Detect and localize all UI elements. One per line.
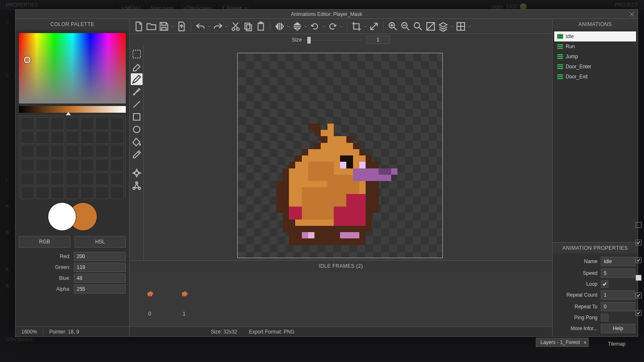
animations-header: ANIMATIONS — [553, 19, 638, 30]
rotate-cw-icon[interactable] — [327, 21, 338, 32]
hue-sat-picker[interactable] — [19, 33, 126, 103]
redo-dropdown-icon[interactable] — [225, 25, 229, 28]
svg-rect-11 — [132, 50, 140, 58]
save-dropdown-icon[interactable] — [171, 25, 175, 28]
brush-size-input[interactable] — [366, 36, 390, 44]
swatch-grid[interactable] — [19, 115, 126, 197]
canvas-size-status: Size: 32x32 — [205, 329, 243, 335]
undo-icon[interactable] — [195, 21, 206, 32]
new-file-icon[interactable] — [133, 21, 145, 32]
eraser-tool-icon[interactable] — [131, 61, 143, 72]
cut-icon[interactable] — [230, 21, 242, 32]
svg-rect-2 — [245, 23, 250, 29]
hsl-mode-button[interactable]: HSL — [75, 236, 126, 248]
animprops-speed-input[interactable] — [601, 269, 635, 278]
bg-tilemap-tab[interactable]: Tilemap — [608, 341, 626, 347]
animprops-repeatcount-label: Repeat Count — [555, 292, 597, 298]
rect-tool-icon[interactable] — [131, 111, 143, 123]
svg-rect-32 — [308, 149, 359, 155]
brush-size-label: Size — [292, 37, 301, 43]
animation-item-run[interactable]: Run — [554, 41, 636, 52]
animprops-repeatcount-input[interactable] — [601, 290, 635, 300]
animprops-repeatto-input[interactable] — [601, 302, 635, 311]
svg-rect-4 — [258, 23, 264, 30]
brush-tool-icon[interactable] — [131, 86, 143, 98]
ellipse-tool-icon[interactable] — [131, 124, 143, 135]
origin-tool-icon[interactable] — [131, 167, 143, 179]
zoom-in-icon[interactable] — [387, 21, 399, 32]
animation-item-doorexit[interactable]: Door_Exit — [554, 72, 636, 82]
zoom-fit-icon[interactable] — [412, 21, 424, 32]
dialog-titlebar[interactable]: Animations Editor: Player_Mask — [16, 10, 638, 19]
open-folder-icon[interactable] — [145, 21, 157, 32]
bg-layers-tab[interactable]: Layers - 1_Forest× — [536, 338, 589, 347]
svg-rect-49 — [346, 194, 366, 207]
frame-index: 1 — [183, 311, 186, 317]
red-input[interactable] — [74, 252, 126, 261]
svg-rect-17 — [308, 124, 321, 130]
help-button[interactable]: Help — [601, 324, 635, 333]
brush-size-slider[interactable] — [307, 39, 361, 41]
foreground-color[interactable] — [48, 202, 76, 231]
line-tool-icon[interactable] — [131, 98, 143, 110]
animation-item-idle[interactable]: Idle — [554, 31, 636, 41]
layers-icon[interactable] — [437, 21, 449, 32]
reel-icon — [557, 74, 563, 79]
lightness-slider[interactable] — [19, 106, 126, 113]
svg-rect-51 — [340, 232, 359, 238]
animation-item-doorenter[interactable]: Door_Enter — [554, 62, 636, 72]
svg-point-1 — [236, 28, 239, 31]
flip-v-icon[interactable] — [291, 21, 303, 32]
rgb-mode-button[interactable]: RGB — [19, 236, 70, 248]
svg-rect-33 — [302, 155, 366, 162]
undo-dropdown-icon[interactable] — [207, 25, 211, 28]
flip-h-icon[interactable] — [274, 21, 286, 32]
svg-rect-25 — [276, 181, 283, 213]
svg-rect-29 — [321, 130, 334, 136]
animation-item-jump[interactable]: Jump — [554, 52, 636, 62]
blue-input[interactable] — [74, 274, 126, 283]
svg-point-0 — [232, 28, 235, 31]
close-icon[interactable] — [628, 11, 635, 18]
dialog-title: Animations Editor: Player_Mask — [291, 11, 362, 17]
rotate-ccw-icon[interactable] — [309, 21, 321, 32]
grid-icon[interactable] — [455, 21, 467, 32]
collision-poly-tool-icon[interactable] — [131, 180, 143, 191]
select-rect-tool-icon[interactable] — [131, 48, 143, 60]
frame-index: 0 — [148, 311, 151, 317]
pencil-tool-icon[interactable] — [131, 73, 143, 85]
animprops-loop-checkbox[interactable] — [601, 280, 608, 288]
color-palette-header: COLOR PALETTE — [16, 19, 129, 30]
animprops-name-input[interactable] — [601, 257, 635, 266]
svg-rect-43 — [359, 162, 366, 168]
svg-rect-47 — [334, 207, 366, 226]
blue-label: Blue: — [19, 275, 70, 281]
green-input[interactable] — [74, 263, 126, 272]
bg-side-checks — [636, 222, 641, 316]
reel-icon — [557, 44, 563, 49]
fill-tool-icon[interactable] — [131, 136, 143, 148]
zoom-out-icon[interactable] — [400, 21, 411, 32]
frame-slot[interactable]: 1 — [171, 282, 197, 317]
frame-slot[interactable]: 0 — [137, 282, 162, 317]
animprops-pingpong-checkbox[interactable] — [601, 314, 608, 321]
animprops-moreinfo-label: More Infor... — [555, 326, 597, 331]
svg-rect-42 — [340, 162, 346, 168]
save-icon[interactable] — [158, 21, 170, 32]
green-label: Green: — [19, 264, 70, 270]
alpha-input[interactable] — [74, 284, 126, 294]
reel-icon — [557, 54, 563, 59]
redo-icon[interactable] — [212, 21, 224, 32]
svg-rect-45 — [353, 175, 392, 181]
paste-icon[interactable] — [255, 21, 267, 32]
resize-icon[interactable] — [368, 21, 380, 32]
sprite-canvas[interactable] — [238, 53, 442, 258]
copy-icon[interactable] — [242, 21, 254, 32]
canvas-viewport[interactable] — [144, 46, 552, 260]
transparency-icon[interactable] — [425, 21, 436, 32]
red-label: Red: — [19, 253, 70, 259]
export-icon[interactable] — [176, 21, 187, 32]
crop-icon[interactable] — [351, 21, 362, 32]
eyedropper-tool-icon[interactable] — [131, 149, 143, 160]
reel-icon — [557, 34, 563, 39]
